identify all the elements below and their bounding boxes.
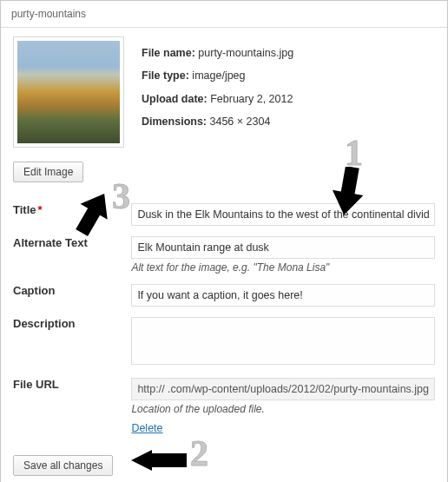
annotation-number-2: 2 <box>190 432 208 474</box>
panel-content: File name: purty-mountains.jpg File type… <box>1 28 447 439</box>
alt-text-input[interactable] <box>131 236 435 259</box>
title-label: Title <box>13 203 36 216</box>
file-url-value: http:// .com/wp-content/uploads/2012/02/… <box>131 378 435 400</box>
thumbnail-image <box>17 41 120 143</box>
file-meta: File name: purty-mountains.jpg File type… <box>142 36 293 133</box>
upload-date-label: Upload date: <box>142 93 208 105</box>
dimensions-value: 3456 × 2304 <box>210 116 271 128</box>
dimensions-label: Dimensions: <box>142 116 207 128</box>
attachment-title: purty-mountains <box>11 8 86 20</box>
title-input[interactable] <box>131 203 435 226</box>
description-label: Description <box>13 317 76 330</box>
upload-date-value: February 2, 2012 <box>210 93 293 105</box>
panel-header: purty-mountains <box>1 1 447 28</box>
svg-marker-2 <box>131 450 187 471</box>
edit-image-button[interactable]: Edit Image <box>13 162 83 182</box>
file-url-hint: Location of the uploaded file. <box>131 403 435 415</box>
file-url-label: File URL <box>13 378 59 391</box>
required-marker: * <box>38 203 43 216</box>
filename-value: purty-mountains.jpg <box>198 47 293 59</box>
filetype-label: File type: <box>142 69 189 82</box>
filetype-value: image/jpeg <box>192 69 245 82</box>
delete-link[interactable]: Delete <box>131 422 162 434</box>
filename-label: File name: <box>142 47 195 59</box>
media-edit-panel: purty-mountains File name: purty-mountai… <box>0 0 448 482</box>
caption-label: Caption <box>13 284 55 297</box>
alt-text-hint: Alt text for the image, e.g. "The Mona L… <box>131 261 435 274</box>
thumbnail-frame <box>13 36 124 148</box>
description-textarea[interactable] <box>131 317 435 365</box>
caption-input[interactable] <box>131 284 435 307</box>
save-all-changes-button[interactable]: Save all changes <box>13 455 113 476</box>
annotation-arrow-2 <box>131 450 187 471</box>
alt-text-label: Alternate Text <box>13 236 88 249</box>
